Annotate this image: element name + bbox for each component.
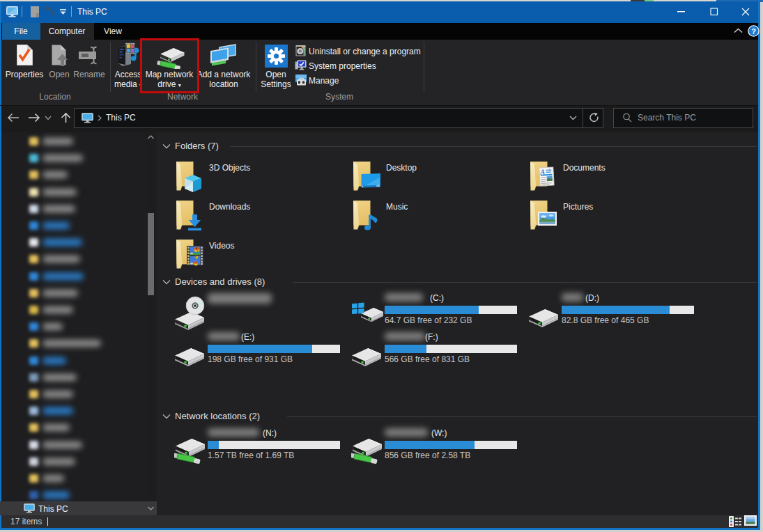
svg-text:?: ?: [751, 27, 756, 36]
